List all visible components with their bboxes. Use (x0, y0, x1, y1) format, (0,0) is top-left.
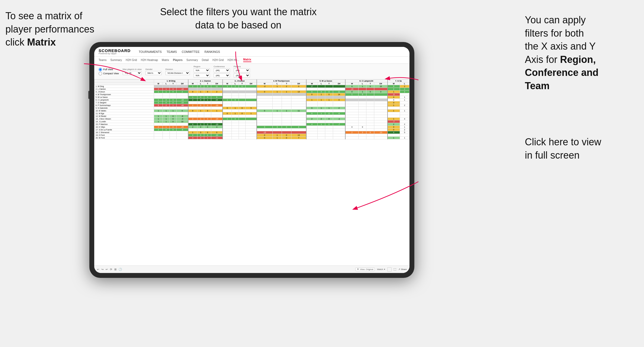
division-select[interactable]: NCAA Division I (165, 71, 190, 75)
max-players-select[interactable]: Top 25 (123, 71, 142, 75)
matrix-cell (154, 134, 163, 137)
matrix-cell: 0 (163, 128, 170, 131)
player-name-cell: 2. L Clanton (95, 88, 154, 91)
undo2-btn[interactable]: ↩ (106, 268, 108, 271)
matrix-cell (291, 112, 306, 115)
matrix-cell (366, 128, 374, 131)
matrix-cell (239, 120, 246, 123)
matrix-cell: 0 (345, 91, 359, 93)
redo-btn[interactable]: ↪ (101, 268, 103, 271)
nav-rankings[interactable]: RANKINGS (204, 50, 220, 54)
tab-h2h-heatmap[interactable]: H2H Heatmap (141, 59, 158, 62)
refresh-btn[interactable]: ⟳ (110, 268, 112, 271)
matrix-cell: 1 (400, 96, 409, 99)
tab-h2h-grid[interactable]: H2H Grid (126, 59, 137, 62)
tab-players[interactable]: Players (173, 59, 183, 62)
matrix-cell (291, 118, 306, 120)
matrix-cell: 1 (223, 99, 232, 101)
players-select-1[interactable]: (All) (234, 68, 250, 72)
share-btn[interactable]: ↗ Share (398, 268, 407, 271)
matrix-cell: 1 (154, 118, 163, 120)
nav-tournaments[interactable]: TOURNAMENTS (139, 50, 162, 54)
matrix-cell (257, 96, 272, 99)
matrix-cell: -8 (177, 128, 188, 131)
tab-summary[interactable]: Summary (110, 59, 122, 62)
matrix-cell (239, 126, 246, 128)
matrix-cell: 1 (163, 91, 170, 93)
matrix-cell (400, 107, 409, 110)
matrix-cell (345, 115, 359, 118)
nav-teams[interactable]: TEAMS (167, 50, 177, 54)
watch-btn[interactable]: Watch ▾ (377, 268, 385, 271)
matrix-cell (306, 134, 317, 137)
matrix-cell: 2 (197, 126, 204, 128)
matrix-cell: 1 (197, 91, 204, 93)
matrix-cell: 2 (154, 128, 163, 131)
table-row: 6. C Lamprecht100-162412410111001 (95, 99, 409, 101)
tab-players-summary[interactable]: Summary (186, 59, 198, 62)
matrix-cell (345, 118, 359, 120)
matrix-cell (204, 112, 211, 115)
matrix-cell: -15 (257, 131, 272, 134)
conference-select-2[interactable]: (All) (214, 73, 230, 78)
matrix-cell: 1 (400, 99, 409, 101)
matrix-cell (163, 96, 170, 99)
matrix-cell (282, 101, 291, 104)
matrix-cell (211, 128, 223, 131)
matrix-cell (291, 93, 306, 96)
compact-view-option[interactable]: Compact View (99, 72, 119, 75)
region-select-2[interactable]: N/A (194, 73, 210, 78)
filters-row: Full View Compact View Max players in vi… (94, 64, 409, 79)
matrix-cell (197, 112, 204, 115)
tab-h2h-he[interactable]: H2H He... (227, 59, 239, 62)
matrix-cell: 2 (400, 104, 409, 107)
matrix-container[interactable]: 1. W Ding 2. L Clanton 3. J Koivun 4. M … (94, 79, 409, 270)
matrix-cell (197, 128, 204, 131)
matrix-cell (282, 112, 291, 115)
player-name-cell: 8. P Summerhays (95, 104, 154, 107)
matrix-cell (333, 128, 345, 131)
expand-icon[interactable]: ⛶ (394, 268, 396, 271)
undo-btn[interactable]: ↩ (97, 268, 99, 271)
tab-detail[interactable]: Detail (202, 59, 209, 62)
players-select-2[interactable]: (All) (234, 73, 250, 78)
gender-select[interactable]: Men's (145, 71, 162, 75)
matrix-cell (223, 115, 232, 118)
matrix-cell: 0 (291, 85, 306, 88)
matrix-cell (257, 115, 272, 118)
region-select[interactable]: N/A (194, 68, 210, 72)
nav-committee[interactable]: COMMITTEE (182, 50, 200, 54)
matrix-cell (366, 104, 374, 107)
matrix-cell: 1 (170, 110, 177, 112)
tab-matrix-active[interactable]: Matrix (243, 58, 251, 62)
matrix-cell (246, 118, 257, 120)
sh-ml-w: W (306, 82, 317, 85)
view-original-btn[interactable]: 👁 View: Original (355, 268, 375, 271)
matrix-cell (232, 96, 239, 99)
matrix-cell: 3 (272, 126, 282, 128)
matrix-cell (333, 85, 345, 88)
matrix-cell (246, 126, 257, 128)
matrix-cell (374, 112, 388, 115)
matrix-cell (223, 134, 232, 137)
tab-h2h-grid-2[interactable]: H2H Grid (213, 59, 224, 62)
tab-matrix[interactable]: Matrix (162, 59, 169, 62)
matrix-cell: 13 (291, 91, 306, 93)
matrix-cell (223, 120, 232, 123)
matrix-cell (239, 115, 246, 118)
matrix-cell (345, 123, 359, 126)
matrix-cell: 3 (257, 126, 272, 128)
matrix-cell: 1 (232, 85, 239, 88)
grid-icon[interactable] (387, 267, 392, 272)
matrix-cell (239, 123, 246, 126)
sh-cl-dif: Dif (374, 82, 388, 85)
clock-btn[interactable]: 🕐 (119, 268, 122, 271)
matrix-cell: 3 (188, 137, 197, 139)
matrix-cell: 1 (317, 112, 325, 115)
conference-select-1[interactable]: (All) (214, 68, 230, 72)
fit-btn[interactable]: ⊞ (114, 268, 116, 271)
matrix-cell: 0 (223, 107, 232, 110)
full-view-option[interactable]: Full View (99, 68, 119, 71)
tab-teams[interactable]: Teams (99, 59, 106, 62)
matrix-cell (317, 115, 325, 118)
